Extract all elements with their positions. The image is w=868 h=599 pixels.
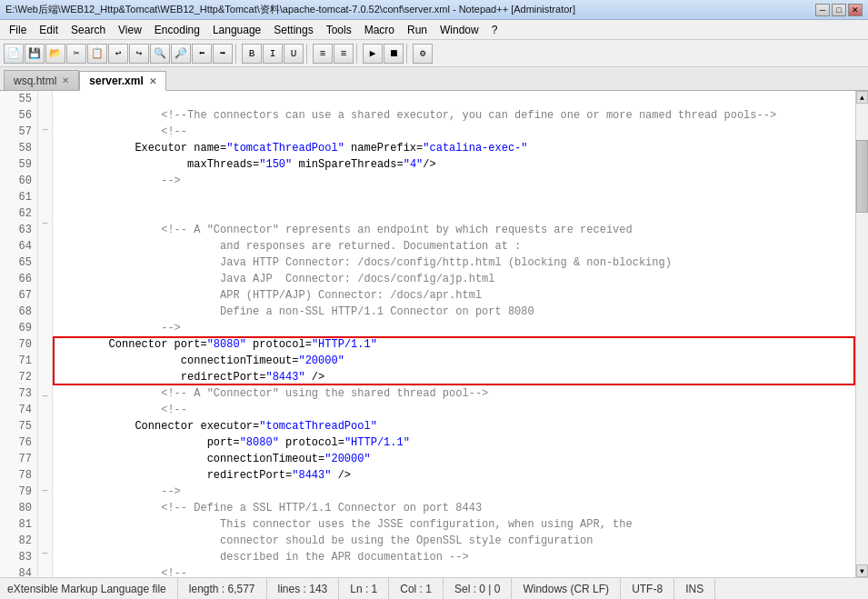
code-line-79[interactable]: --> (56, 484, 852, 500)
toolbar-button-1[interactable]: 💾 (25, 44, 45, 64)
menu-item-macro[interactable]: Macro (359, 22, 400, 38)
line-number-81: 81 (0, 516, 37, 533)
toolbar-button-2[interactable]: 📂 (45, 44, 65, 64)
line-number-77: 77 (0, 451, 37, 467)
fold-marker-58 (38, 138, 52, 154)
code-line-66[interactable]: Java AJP Connector: /docs/config/ajp.htm… (56, 271, 852, 287)
tab-wsq-html[interactable]: wsq.html✕ (4, 70, 79, 90)
toolbar-separator (356, 44, 360, 64)
toolbar-button-7[interactable]: 🔍 (150, 44, 170, 64)
code-area[interactable]: <!--The connectors can use a shared exec… (53, 91, 855, 577)
code-line-63[interactable]: <!-- A "Connector" represents an endpoin… (56, 222, 852, 238)
line-number-61: 61 (0, 189, 37, 205)
fold-marker-55 (38, 91, 52, 106)
line-number-63: 63 (0, 222, 37, 238)
code-line-64[interactable]: and responses are returned. Documentatio… (56, 238, 852, 255)
code-line-61[interactable] (56, 189, 852, 205)
fold-marker-65 (38, 248, 52, 264)
code-line-70[interactable]: Connector port="8080" protocol="HTTP/1.1… (56, 336, 852, 353)
toolbar-button-13[interactable]: I (263, 44, 283, 64)
toolbar-button-9[interactable]: ⬅️ (192, 44, 212, 64)
toolbar-button-19[interactable]: ▶ (363, 44, 383, 64)
line-number-67: 67 (0, 287, 37, 304)
tabs-bar: wsq.html✕server.xml✕ (0, 67, 868, 91)
scroll-down-arrow[interactable]: ▼ (856, 564, 868, 577)
code-line-75[interactable]: Connector executor="tomcatThreadPool" (56, 418, 852, 434)
line-number-66: 66 (0, 271, 37, 287)
toolbar-button-14[interactable]: U (284, 44, 304, 64)
fold-marker-80[interactable]: ─ (38, 484, 52, 499)
fold-marker-63[interactable]: ─ (38, 216, 52, 232)
line-number-65: 65 (0, 255, 37, 271)
toolbar-button-3[interactable]: ✂️ (66, 44, 86, 64)
code-line-67[interactable]: APR (HTTP/AJP) Connector: /docs/apr.html (56, 287, 852, 304)
line-number-58: 58 (0, 140, 37, 156)
code-line-83[interactable]: described in the APR documentation --> (56, 549, 852, 565)
toolbar-button-10[interactable]: ➡️ (213, 44, 233, 64)
code-line-55[interactable] (56, 91, 852, 107)
menu-item-encoding[interactable]: Encoding (149, 22, 205, 38)
menu-item-file[interactable]: File (4, 22, 32, 38)
toolbar-button-5[interactable]: ↩️ (108, 44, 128, 64)
toolbar-button-16[interactable]: ≡ (313, 44, 333, 64)
toolbar-button-17[interactable]: ≡ (334, 44, 354, 64)
code-line-65[interactable]: Java HTTP Connector: /docs/config/http.h… (56, 255, 852, 271)
fold-marker-74[interactable]: ─ (38, 389, 52, 404)
menu-item-tools[interactable]: Tools (321, 22, 357, 38)
toolbar-button-8[interactable]: 🔎 (171, 44, 191, 64)
fold-marker-85 (38, 562, 52, 577)
scroll-up-arrow[interactable]: ▲ (856, 91, 868, 104)
toolbar-button-4[interactable]: 📋 (87, 44, 107, 64)
minimize-button[interactable]: ─ (815, 4, 830, 16)
menu-item-run[interactable]: Run (402, 22, 433, 38)
code-line-72[interactable]: redirectPort="8443" /> (56, 369, 852, 385)
code-line-62[interactable] (56, 205, 852, 222)
toolbar-button-20[interactable]: ⏹ (384, 44, 404, 64)
code-line-60[interactable]: --> (56, 173, 852, 189)
close-button[interactable]: ✕ (848, 4, 863, 16)
tab-label: server.xml (89, 75, 143, 87)
code-line-74[interactable]: <!-- (56, 402, 852, 418)
code-line-84[interactable]: <!-- (56, 565, 852, 577)
code-line-81[interactable]: This connector uses the JSSE configurati… (56, 516, 852, 533)
code-line-56[interactable]: <!--The connectors can use a shared exec… (56, 107, 852, 124)
menu-item-window[interactable]: Window (434, 22, 484, 38)
fold-marker-84[interactable]: ─ (38, 546, 52, 562)
menu-item-edit[interactable]: Edit (34, 22, 64, 38)
code-line-82[interactable]: connector should be using the OpenSSL st… (56, 533, 852, 549)
code-line-77[interactable]: connectionTimeout="20000" (56, 451, 852, 467)
maximize-button[interactable]: □ (832, 4, 846, 16)
line-number-72: 72 (0, 369, 37, 385)
status-bar: eXtensible Markup Language file length :… (0, 577, 868, 599)
fold-marker-57[interactable]: ─ (38, 123, 52, 138)
menu-item-language[interactable]: Language (207, 22, 266, 38)
code-line-68[interactable]: Define a non-SSL HTTP/1.1 Connector on p… (56, 304, 852, 320)
code-line-58[interactable]: Executor name="tomcatThreadPool" namePre… (56, 140, 852, 156)
tab-close-icon[interactable]: ✕ (149, 76, 156, 86)
toolbar-button-0[interactable]: 📄 (4, 44, 24, 64)
code-line-59[interactable]: maxThreads="150" minSpareThreads="4"/> (56, 156, 852, 173)
code-line-73[interactable]: <!-- A "Connector" using the shared thre… (56, 385, 852, 402)
toolbar-button-6[interactable]: ↪️ (129, 44, 149, 64)
toolbar-button-12[interactable]: B (242, 44, 262, 64)
scroll-thumb[interactable] (856, 140, 868, 213)
code-line-80[interactable]: <!-- Define a SSL HTTP/1.1 Connector on … (56, 500, 852, 516)
code-line-57[interactable]: <!-- (56, 124, 852, 140)
tab-server-xml[interactable]: server.xml✕ (79, 71, 165, 91)
code-line-69[interactable]: --> (56, 320, 852, 336)
menu-item-view[interactable]: View (113, 22, 147, 38)
toolbar-button-22[interactable]: ⚙ (413, 44, 433, 64)
menu-item-settings[interactable]: Settings (268, 22, 318, 38)
code-line-76[interactable]: port="8080" protocol="HTTP/1.1" (56, 434, 852, 451)
scroll-track[interactable] (856, 104, 868, 564)
toolbar-separator (306, 44, 310, 64)
fold-marker-71 (38, 342, 52, 357)
fold-marker-81 (38, 499, 52, 514)
menu-item-search[interactable]: Search (65, 22, 111, 38)
line-number-79: 79 (0, 484, 37, 500)
scrollbar-vertical[interactable]: ▲ ▼ (855, 91, 868, 577)
code-line-71[interactable]: connectionTimeout="20000" (56, 353, 852, 369)
code-line-78[interactable]: redirectPort="8443" /> (56, 467, 852, 484)
menu-item-?[interactable]: ? (486, 22, 504, 38)
tab-close-icon[interactable]: ✕ (62, 75, 69, 85)
